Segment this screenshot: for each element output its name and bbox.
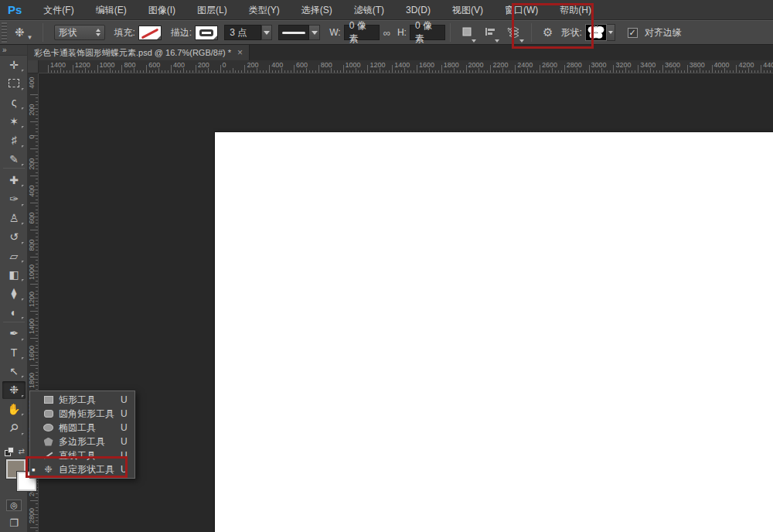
document-workspace[interactable]: [39, 73, 773, 532]
tool-brush-tool[interactable]: ✑: [2, 190, 26, 208]
canvas[interactable]: [214, 131, 773, 532]
shape-menu-item[interactable]: 矩形工具U: [30, 393, 135, 407]
ruler-minor-tick: [558, 70, 559, 73]
ruler-tick: [687, 65, 688, 73]
tool-dodge-tool[interactable]: ◐: [2, 303, 26, 321]
menu-item[interactable]: 滤镜(T): [343, 0, 395, 20]
tab-close-icon[interactable]: ×: [237, 47, 243, 58]
tool-type-tool[interactable]: T: [2, 343, 26, 361]
tool-healing-brush-tool[interactable]: ✚: [2, 171, 26, 189]
swap-colors-icon[interactable]: ⇄: [19, 447, 25, 455]
ruler-minor-tick: [36, 520, 38, 521]
stroke-style-dropdown-button[interactable]: [309, 25, 320, 40]
ruler-horizontal[interactable]: 1400120010008006004002000200400600800100…: [39, 60, 773, 73]
tool-rect-marquee-tool[interactable]: [2, 74, 26, 92]
shape-menu-item-label: 椭圆工具: [59, 421, 121, 435]
rectangle-tool-icon: [44, 396, 53, 404]
default-colors-icon[interactable]: ⇄: [5, 447, 23, 459]
tool-clone-stamp-tool[interactable]: ♙: [2, 209, 26, 227]
custom-shape-preset-icon[interactable]: ❉: [15, 26, 25, 39]
tool-lasso-tool[interactable]: ς: [2, 94, 26, 111]
ruler-minor-tick: [124, 70, 125, 73]
tool-pen-tool[interactable]: ✒: [2, 325, 26, 343]
ruler-minor-tick: [518, 70, 519, 73]
ruler-minor-tick: [373, 70, 374, 73]
path-operations-icon[interactable]: [461, 26, 473, 40]
tool-history-brush-tool[interactable]: ↺: [2, 228, 26, 246]
ruler-minor-tick: [115, 70, 116, 73]
ruler-origin-corner[interactable]: [28, 60, 39, 73]
ruler-label: 2800: [567, 61, 582, 69]
menu-item[interactable]: 类型(Y): [238, 0, 291, 20]
path-align-icon[interactable]: [484, 26, 496, 40]
tool-crop-tool[interactable]: ♯: [2, 131, 26, 149]
ruler-minor-tick: [583, 70, 584, 73]
screen-mode-button[interactable]: ❐: [6, 517, 22, 530]
document-tab-title: 彩色卡通装饰圆形蝴蝶元素.psd @ 16.7%(RGB/8#) *: [34, 47, 231, 59]
tool-gradient-tool[interactable]: ◧: [2, 265, 26, 283]
ruler-minor-tick: [297, 70, 298, 73]
ruler-label: 2600: [542, 61, 557, 69]
menu-item[interactable]: 图像(I): [138, 0, 186, 20]
ruler-minor-tick: [493, 70, 494, 73]
ruler-minor-tick: [395, 70, 396, 73]
menu-item[interactable]: 图层(L): [186, 0, 238, 20]
tool-hand-tool[interactable]: ✋: [2, 400, 26, 418]
tool-custom-shape-tool[interactable]: ❉: [2, 381, 26, 399]
shape-picker-dropdown-button[interactable]: [607, 24, 615, 41]
stroke-style-select[interactable]: [278, 25, 309, 40]
tool-zoom-tool[interactable]: ⚲: [2, 419, 26, 437]
stroke-width-field[interactable]: 3 点: [224, 25, 261, 40]
preset-dropdown-arrow-icon[interactable]: ▼: [27, 34, 33, 44]
tool-move-tool[interactable]: ✛: [2, 56, 26, 73]
document-tab[interactable]: 彩色卡通装饰圆形蝴蝶元素.psd @ 16.7%(RGB/8#) * ×: [28, 45, 250, 60]
ruler-tick: [48, 65, 49, 73]
fill-swatch[interactable]: [138, 26, 162, 40]
width-input[interactable]: 0 像素: [344, 25, 380, 40]
shape-menu-item-label: 圆角矩形工具: [59, 408, 121, 421]
ruler-minor-tick: [595, 70, 596, 73]
menu-item[interactable]: 文件(F): [32, 0, 84, 20]
shape-menu-item[interactable]: 椭圆工具U: [30, 421, 135, 435]
shape-menu-item[interactable]: 圆角矩形工具U: [30, 407, 135, 421]
ruler-minor-tick: [165, 70, 165, 73]
ruler-label: 200: [28, 97, 36, 123]
type-tool-icon: T: [11, 346, 18, 359]
align-edges-checkbox[interactable]: ✓: [628, 28, 638, 38]
ruler-minor-tick: [361, 70, 362, 73]
ruler-minor-tick: [36, 517, 38, 518]
ruler-minor-tick: [36, 497, 38, 498]
quick-mask-button[interactable]: ◎: [6, 500, 22, 511]
tool-path-selection-tool[interactable]: ↖: [2, 362, 26, 380]
stroke-swatch[interactable]: [195, 26, 218, 40]
menu-item[interactable]: 编辑(E): [85, 0, 138, 20]
tools-panel-collapse-button[interactable]: »: [0, 45, 27, 56]
shape-menu-item[interactable]: 多边形工具U: [30, 435, 135, 448]
ruler-label: 400: [28, 178, 36, 204]
tool-magic-wand-tool[interactable]: ✶: [2, 112, 26, 130]
tool-eyedropper-tool[interactable]: ✎: [2, 150, 26, 168]
rounded-rectangle-tool-icon: [43, 410, 54, 418]
ruler-minor-tick: [254, 70, 254, 73]
ruler-minor-tick: [358, 70, 359, 73]
ruler-minor-tick: [770, 70, 771, 73]
ruler-minor-tick: [364, 70, 365, 73]
menu-item[interactable]: 选择(S): [291, 0, 343, 20]
menu-item[interactable]: 视图(V): [441, 0, 494, 20]
flyout-corner-icon: [22, 223, 24, 225]
tool-eraser-tool[interactable]: ▱: [2, 247, 26, 264]
tool-mode-select[interactable]: 形状: [54, 25, 105, 40]
height-input[interactable]: 0 像素: [410, 25, 445, 40]
ruler-minor-tick: [346, 70, 347, 73]
brush-tool-icon: ✑: [9, 193, 19, 205]
ruler-minor-tick: [36, 220, 38, 220]
ruler-label: 2200: [492, 61, 508, 69]
tool-blur-tool[interactable]: ⧫: [2, 285, 26, 302]
flyout-corner-icon: [22, 145, 24, 148]
options-bar-grip[interactable]: [2, 22, 7, 43]
link-wh-icon[interactable]: ∞: [383, 27, 390, 39]
stroke-width-dropdown-button[interactable]: [261, 25, 272, 40]
menu-item[interactable]: 3D(D): [395, 0, 441, 20]
ruler-minor-tick: [128, 70, 128, 73]
ruler-label: 1400: [50, 61, 66, 69]
